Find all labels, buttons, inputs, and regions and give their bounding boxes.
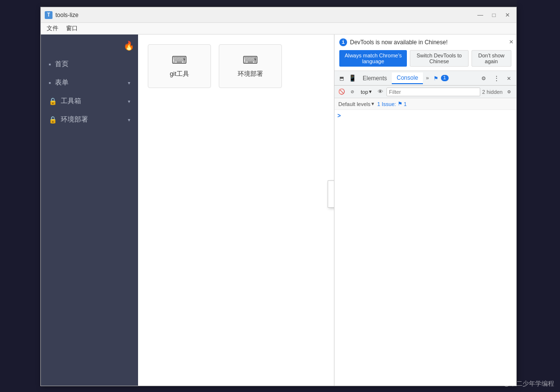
sidebar-item-home-label: 首页 [55, 60, 130, 69]
switch-chinese-button[interactable]: Switch DevTools to Chinese [410, 50, 468, 67]
titlebar: T tools-lize — □ ✕ [41, 7, 516, 23]
menu-window[interactable]: 窗口 [62, 23, 82, 34]
watermark: CSDN @中二少年学编程 [484, 379, 554, 388]
tab-console[interactable]: Console [392, 72, 423, 84]
settings-toolbar-icon[interactable]: ⚙ [505, 88, 513, 96]
content-area: ⌨ git工具 ⌨ 环境部署 Item 1 Edit ▶ [138, 35, 334, 386]
sidebar-item-toolbox-label: 工具箱 [61, 97, 128, 106]
env-card-icon: ⌨ [243, 54, 258, 67]
sidebar-item-deploy-label: 环境部署 [61, 115, 128, 124]
sidebar-item-deploy[interactable]: 🔒 环境部署 ▾ [41, 110, 138, 129]
match-language-button[interactable]: Always match Chrome's language [339, 50, 407, 67]
context-menu: Item 1 Edit ▶ [328, 180, 334, 208]
app-icon: T [45, 11, 52, 19]
info-icon: i [339, 38, 347, 46]
levels-arrow-icon: ▾ [371, 101, 374, 107]
sidebar-header: 🔥 [41, 38, 138, 55]
hidden-count: 2 hidden [482, 89, 503, 95]
window-controls: — □ ✕ [475, 10, 512, 20]
git-card-label: git工具 [170, 70, 189, 78]
clear-console-icon[interactable]: 🚫 [337, 88, 346, 96]
devtools-close-icon[interactable]: ✕ [504, 73, 514, 84]
window-title: tools-lize [55, 12, 475, 18]
tab-elements[interactable]: Elements [358, 73, 392, 84]
sidebar-item-home[interactable]: ▪ 首页 [41, 55, 138, 73]
devtools-tab-icons: ⚙ ⋮ ✕ [478, 73, 514, 84]
devtools-notification: i DevTools is now available in Chinese! … [334, 35, 516, 71]
card-env[interactable]: ⌨ 环境部署 [219, 44, 282, 88]
home-icon: ▪ [49, 60, 51, 68]
devtools-levels: Default levels ▾ 1 Issue: ⚑ 1 [334, 98, 516, 110]
issues-flag-badge-icon: ⚑ [398, 101, 402, 107]
eye-icon[interactable]: 👁 [376, 88, 385, 96]
levels-dropdown[interactable]: Default levels ▾ [338, 101, 374, 107]
menu-file[interactable]: 文件 [43, 23, 62, 34]
top-label: top [361, 89, 368, 95]
devtools-tabs: ⬒ 📱 Elements Console » ⚑ 1 ⚙ ⋮ ✕ [334, 71, 516, 86]
devtools-console: > [334, 110, 516, 386]
levels-label: Default levels [338, 101, 370, 107]
devtools-panel: i DevTools is now available in Chinese! … [334, 35, 516, 386]
menubar: 文件 窗口 [41, 23, 516, 35]
forms-chevron-icon: ▾ [128, 80, 130, 86]
forms-icon: ▪ [49, 79, 51, 87]
notification-close-button[interactable]: ✕ [509, 37, 513, 46]
notification-buttons: Always match Chrome's language Switch De… [339, 50, 511, 67]
tab-more[interactable]: » [423, 73, 432, 83]
git-card-icon: ⌨ [172, 54, 187, 67]
issues-badge[interactable]: 1 Issue: ⚑ 1 [377, 101, 407, 107]
close-button[interactable]: ✕ [503, 10, 512, 20]
deploy-lock-icon: 🔒 [49, 116, 57, 124]
deploy-chevron-icon: ▾ [128, 117, 130, 123]
flame-icon: 🔥 [123, 40, 134, 51]
devtools-toolbar: 🚫 ⊘ top ▾ 👁 2 hidden ⚙ [334, 86, 516, 98]
sidebar-item-forms-label: 表单 [55, 78, 128, 87]
card-git[interactable]: ⌨ git工具 [148, 44, 211, 88]
sidebar: 🔥 ▪ 首页 ▪ 表单 ▾ 🔒 工具箱 ▾ 🔒 环境部署 ▾ [41, 35, 138, 386]
console-prompt[interactable]: > [337, 113, 513, 120]
toolbox-chevron-icon: ▾ [128, 99, 130, 104]
sidebar-item-toolbox[interactable]: 🔒 工具箱 ▾ [41, 92, 138, 110]
dismiss-button[interactable]: Don't show again [472, 50, 511, 67]
minimize-button[interactable]: — [475, 10, 485, 20]
sidebar-item-forms[interactable]: ▪ 表单 ▾ [41, 73, 138, 92]
notification-text: DevTools is now available in Chinese! [350, 39, 448, 46]
issue-number: 1 [404, 101, 407, 107]
devtools-settings-icon[interactable]: ⚙ [478, 73, 489, 84]
issues-flag-icon: ⚑ [434, 74, 438, 82]
filter-input[interactable] [386, 88, 480, 96]
issue-count-label: 1 Issue: [377, 101, 396, 107]
dropdown-arrow-icon: ▾ [369, 89, 372, 95]
context-menu-item-edit[interactable]: Edit ▶ [328, 194, 334, 207]
devtools-dock-icon[interactable]: ⬒ [336, 73, 347, 84]
context-menu-item-1[interactable]: Item 1 [328, 181, 334, 194]
env-card-label: 环境部署 [238, 70, 263, 78]
tab-badge: 1 [441, 75, 449, 81]
devtools-device-icon[interactable]: 📱 [347, 73, 358, 84]
console-chevron-icon: > [337, 113, 341, 120]
toolbox-lock-icon: 🔒 [49, 97, 57, 105]
cards-grid: ⌨ git工具 ⌨ 环境部署 [138, 35, 334, 98]
block-icon[interactable]: ⊘ [348, 88, 357, 96]
restore-button[interactable]: □ [489, 10, 499, 20]
devtools-more-icon[interactable]: ⋮ [491, 73, 502, 84]
context-selector[interactable]: top ▾ [359, 89, 374, 95]
